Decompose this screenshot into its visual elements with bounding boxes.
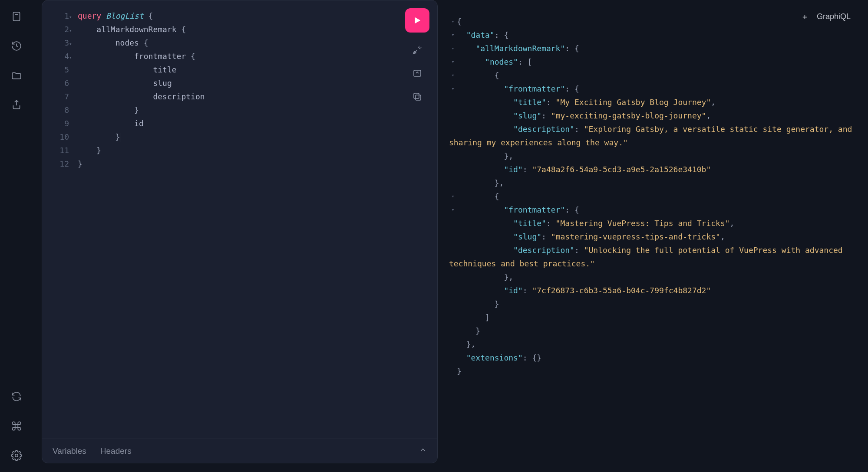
settings-icon[interactable] [10,449,23,462]
tab-variables[interactable]: Variables [53,446,86,456]
editor-bottom-bar: Variables Headers [42,439,437,463]
panels: 1 2 3 4 5 6 7 8 9 10 11 12 query BlogLis… [33,0,868,472]
svg-rect-4 [414,70,421,76]
main: 1 2 3 4 5 6 7 8 9 10 11 12 query BlogLis… [33,0,868,472]
query-panel: 1 2 3 4 5 6 7 8 9 10 11 12 query BlogLis… [42,0,438,463]
app-root: 1 2 3 4 5 6 7 8 9 10 11 12 query BlogLis… [0,0,868,472]
tab-headers[interactable]: Headers [100,446,132,456]
result-json[interactable]: ▾{ ▾ "data": { ▾ "allMarkdownRemark": { … [449,15,855,378]
add-tab-button[interactable]: + [802,12,807,21]
query-actions [405,8,429,103]
query-code[interactable]: query BlogList { allMarkdownRemark { nod… [73,9,205,434]
sidebar [0,0,33,472]
docs-icon[interactable] [10,10,23,23]
refresh-icon[interactable] [10,390,23,403]
line-gutter: 1 2 3 4 5 6 7 8 9 10 11 12 [42,9,73,434]
merge-icon[interactable] [411,67,423,79]
svg-rect-0 [13,12,20,21]
history-icon[interactable] [10,40,23,52]
shortcuts-icon[interactable] [10,420,23,432]
brand: GraphiQL [817,12,851,21]
copy-icon[interactable] [411,91,423,103]
explorer-icon[interactable] [10,69,23,82]
svg-marker-3 [415,17,421,24]
svg-point-2 [15,454,18,457]
collapse-bottom-icon[interactable] [419,446,427,456]
execute-button[interactable] [405,8,429,33]
prettify-icon[interactable] [411,44,423,56]
brand-text: GraphiQL [817,12,851,21]
export-icon[interactable] [10,99,23,111]
result-panel: + GraphiQL ▾{ ▾ "data": { ▾ "allMarkdown… [446,0,859,463]
svg-rect-5 [416,95,421,100]
query-editor[interactable]: 1 2 3 4 5 6 7 8 9 10 11 12 query BlogLis… [42,0,437,439]
svg-rect-6 [414,93,419,98]
